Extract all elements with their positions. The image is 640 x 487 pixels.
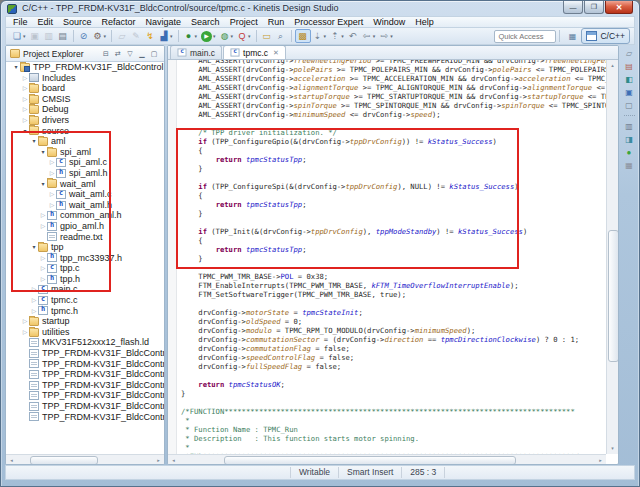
menu-project[interactable]: Project bbox=[225, 17, 263, 28]
tree-collapsed-icon[interactable]: ▷ bbox=[21, 327, 29, 338]
tree-item-board[interactable]: ▷board bbox=[6, 83, 164, 94]
minimized-view-icon-5[interactable]: ▥ bbox=[623, 120, 636, 132]
menu-refactor[interactable]: Refactor bbox=[97, 17, 141, 28]
menu-run[interactable]: Run bbox=[263, 17, 290, 28]
editor-vscroll-thumb[interactable] bbox=[608, 230, 619, 362]
tree-item-tpmc-c[interactable]: ▷tpmc.c bbox=[6, 295, 164, 306]
menu-source[interactable]: Source bbox=[58, 17, 97, 28]
tree-item-tpp-frdm-kv31f-bldccontrol-release-op[interactable]: TPP_FRDM-KV31F_BldcControl_Release_Op bbox=[6, 380, 164, 391]
project-explorer-tab[interactable]: Project Explorer ⊟⇄▽▁▢ bbox=[6, 46, 164, 62]
tree-collapsed-icon[interactable]: ▷ bbox=[21, 94, 29, 105]
build-button[interactable]: ⚙▾ bbox=[91, 29, 109, 43]
menu-navigate[interactable]: Navigate bbox=[141, 17, 187, 28]
debug-button[interactable]: ●▾ bbox=[182, 29, 200, 43]
editor-vertical-scrollbar[interactable]: ▴ ▾ bbox=[606, 60, 618, 454]
back-button[interactable]: ⇦▾ bbox=[360, 29, 378, 43]
tree-collapsed-icon[interactable]: ▷ bbox=[21, 115, 29, 126]
dropdown-arrow-icon[interactable]: ▾ bbox=[195, 33, 198, 39]
open-perspective-button[interactable]: ▦ bbox=[565, 30, 579, 43]
tab-close-icon[interactable]: ✕ bbox=[273, 49, 279, 57]
link-editor-icon[interactable]: ⇄ bbox=[112, 50, 124, 58]
tree-item-tpp-frdm-kv31f-bldccontrol-debug-pn[interactable]: TPP_FRDM-KV31F_BldcControl_Debug_PN bbox=[6, 359, 164, 370]
minimized-view-icon-3[interactable]: ▣ bbox=[623, 86, 636, 98]
restore-view-icon[interactable]: ▱ bbox=[623, 47, 636, 59]
last-edit-location-button[interactable]: ↶ bbox=[346, 29, 360, 43]
scroll-up-icon[interactable]: ▴ bbox=[608, 61, 617, 70]
dropdown-arrow-icon[interactable]: ▾ bbox=[390, 33, 393, 39]
dropdown-arrow-icon[interactable]: ▾ bbox=[170, 33, 173, 39]
next-annotation-button[interactable]: ⇣▾ bbox=[311, 29, 329, 43]
tree-item-cmsis[interactable]: ▷CMSIS bbox=[6, 94, 164, 105]
tree-expanded-icon[interactable]: ▾ bbox=[12, 62, 20, 73]
prev-annotation-button[interactable]: ⇡▾ bbox=[328, 29, 346, 43]
scroll-down-icon[interactable]: ▾ bbox=[608, 444, 617, 453]
editor-tab-main-c[interactable]: main.c bbox=[170, 45, 222, 59]
dropdown-arrow-icon[interactable]: ▾ bbox=[324, 33, 327, 39]
menu-edit[interactable]: Edit bbox=[33, 17, 59, 28]
titlebar[interactable]: C/C++ - TPP_FRDM-KV31F_BldcControl/sourc… bbox=[1, 1, 639, 16]
forward-button[interactable]: ⇨▾ bbox=[377, 29, 395, 43]
minimize-button[interactable]: — bbox=[563, 1, 583, 14]
minimized-view-icon-8[interactable]: ▦ bbox=[623, 159, 636, 171]
minimized-view-icon-1[interactable]: ▤ bbox=[623, 60, 636, 72]
tree-item-debug[interactable]: ▷Debug bbox=[6, 104, 164, 115]
skip-breakpoints-button[interactable]: ⊘ bbox=[77, 29, 91, 43]
quick-access-input[interactable] bbox=[494, 30, 556, 43]
collapse-all-icon[interactable]: ⊟ bbox=[100, 50, 112, 58]
tree-item-drivers[interactable]: ▷drivers bbox=[6, 115, 164, 126]
tree-item-tpp-frdm-kv31f-bldccontrol-release-pn[interactable]: TPP_FRDM-KV31F_BldcControl_Release_PN bbox=[6, 390, 164, 401]
tree-collapsed-icon[interactable]: ▷ bbox=[21, 104, 29, 115]
explorer-hscroll-thumb[interactable] bbox=[30, 456, 98, 465]
dropdown-arrow-icon[interactable]: ▾ bbox=[248, 33, 251, 39]
explorer-horizontal-scrollbar[interactable]: ◂ ▸ bbox=[6, 454, 164, 464]
new-wizard-button[interactable]: ❏▾ bbox=[10, 29, 28, 43]
menu-processor-expert[interactable]: Processor Expert bbox=[289, 17, 368, 28]
maximize-view-icon[interactable]: ▢ bbox=[148, 50, 160, 58]
minimized-view-icon-6[interactable]: ◨ bbox=[623, 133, 636, 145]
analysis-button[interactable]: ▟▾ bbox=[157, 29, 175, 43]
editor-hscroll-thumb[interactable] bbox=[224, 456, 516, 465]
minimized-view-icon-7[interactable]: ● bbox=[623, 146, 636, 158]
dropdown-arrow-icon[interactable]: ▾ bbox=[23, 33, 26, 39]
cpp-perspective-button[interactable]: C/C++ bbox=[581, 28, 630, 44]
tree-item-includes[interactable]: ▷Includes bbox=[6, 73, 164, 84]
dropdown-arrow-icon[interactable]: ▾ bbox=[341, 33, 344, 39]
tree-collapsed-icon[interactable]: ▷ bbox=[30, 306, 38, 317]
scroll-left-icon[interactable]: ◂ bbox=[7, 456, 16, 464]
tree-item-startup[interactable]: ▷startup bbox=[6, 316, 164, 327]
tree-collapsed-icon[interactable]: ▷ bbox=[21, 73, 29, 84]
scroll-left-icon[interactable]: ◂ bbox=[169, 456, 178, 464]
menu-file[interactable]: File bbox=[8, 17, 33, 28]
tree-item-tpp-frdm-kv31f-bldccontrol[interactable]: ▾TPP_FRDM-KV31F_BldcControl bbox=[6, 62, 164, 73]
tree-collapsed-icon[interactable]: ▷ bbox=[21, 316, 29, 327]
dropdown-arrow-icon[interactable]: ▾ bbox=[213, 33, 216, 39]
mark-occurrences-button[interactable]: ▩ bbox=[295, 29, 311, 43]
tree-collapsed-icon[interactable]: ▷ bbox=[30, 295, 38, 306]
scroll-right-icon[interactable]: ▸ bbox=[596, 456, 605, 464]
dropdown-arrow-icon[interactable]: ▾ bbox=[231, 33, 234, 39]
flash-programmer-button[interactable]: ↯ bbox=[143, 29, 157, 43]
minimized-view-icon-2[interactable]: ◧ bbox=[623, 73, 636, 85]
dropdown-arrow-icon[interactable]: ▾ bbox=[104, 33, 107, 39]
open-element-button[interactable]: ▭ bbox=[260, 29, 274, 43]
menu-window[interactable]: Window bbox=[368, 17, 410, 28]
print-button[interactable]: ▤ bbox=[56, 29, 70, 43]
tree-item-utilities[interactable]: ▷utilities bbox=[6, 327, 164, 338]
profile-button[interactable]: Q▾ bbox=[235, 29, 253, 43]
search-button[interactable]: ⌕ bbox=[274, 29, 288, 43]
minimize-view-icon[interactable]: ▁ bbox=[136, 50, 148, 58]
minimized-view-icon-4[interactable]: ▢ bbox=[623, 99, 636, 111]
maximize-button[interactable]: ❐ bbox=[584, 1, 604, 14]
tree-item-tpp-frdm-kv31f-bldccontrol-debug-op[interactable]: TPP_FRDM-KV31F_BldcControl_Debug_Op bbox=[6, 348, 164, 359]
tree-item-tpp-frdm-kv31f-bldccontrol-debug-se[interactable]: TPP_FRDM-KV31F_BldcControl_Debug_Se bbox=[6, 369, 164, 380]
close-button[interactable]: ✕ bbox=[605, 1, 633, 14]
tree-item-tpp-frdm-kv31f-bldccontrol-pdf[interactable]: TPP_FRDM-KV31F_BldcControl.pdf bbox=[6, 412, 164, 423]
editor-horizontal-scrollbar[interactable]: ◂ ▸ bbox=[168, 454, 606, 464]
tree-item-tpp-frdm-kv31f-bldccontrol-release-se[interactable]: TPP_FRDM-KV31F_BldcControl_Release_Se bbox=[6, 401, 164, 412]
menu-help[interactable]: Help bbox=[410, 17, 439, 28]
scroll-right-icon[interactable]: ▸ bbox=[154, 456, 163, 464]
tree-item-mkv31f512xxx12-flash-ld[interactable]: MKV31F512xxx12_flash.ld bbox=[6, 337, 164, 348]
external-tools-button[interactable]: ◍▾ bbox=[218, 29, 236, 43]
dropdown-arrow-icon[interactable]: ▾ bbox=[373, 33, 376, 39]
run-button[interactable]: ▶▾ bbox=[199, 29, 218, 43]
